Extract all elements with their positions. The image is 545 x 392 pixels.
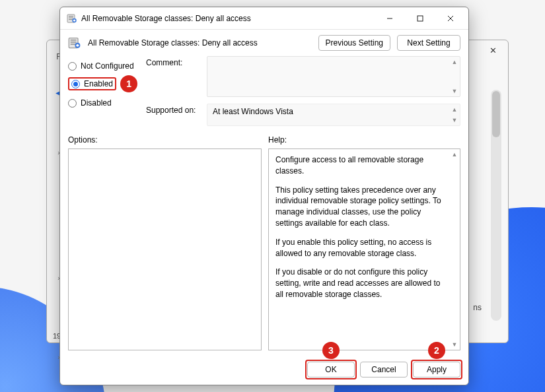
scroll-up-icon[interactable]: ▲ — [451, 150, 458, 158]
next-setting-button[interactable]: Next Setting — [397, 35, 460, 51]
apply-button-wrap: 2 Apply — [413, 362, 460, 377]
scroll-up-icon: ▲ — [451, 106, 458, 114]
radio-disabled[interactable]: Disabled — [68, 98, 139, 108]
options-pane — [68, 148, 262, 350]
svg-rect-17 — [76, 45, 79, 46]
policy-dialog: All Removable Storage classes: Deny all … — [59, 7, 469, 385]
svg-rect-2 — [69, 17, 73, 18]
minimize-button[interactable] — [375, 9, 405, 28]
supported-on-label: Supported on: — [146, 104, 200, 115]
help-scrollbar[interactable]: ▲ ▼ — [449, 149, 460, 350]
svg-rect-13 — [71, 42, 77, 43]
cancel-button-wrap: Cancel — [360, 362, 408, 377]
scroll-down-icon[interactable]: ▼ — [451, 87, 458, 95]
parent-partial-text: ns — [473, 303, 482, 312]
supported-on-value: At least Windows Vista ▲ ▼ — [207, 104, 460, 126]
comment-input[interactable]: ▲ ▼ — [207, 56, 460, 97]
policy-name: All Removable Storage classes: Deny all … — [88, 38, 312, 48]
options-label: Options: — [68, 135, 262, 145]
state-radios: Not Configured Enabled 1 Disabled — [68, 56, 139, 126]
close-icon[interactable]: ✕ — [478, 40, 508, 60]
svg-rect-12 — [71, 40, 77, 41]
scroll-down-icon[interactable]: ▼ — [451, 341, 458, 348]
close-button[interactable] — [435, 9, 466, 28]
ok-button-wrap: 3 OK — [307, 362, 355, 377]
titlebar[interactable]: All Removable Storage classes: Deny all … — [60, 7, 468, 30]
window-title: All Removable Storage classes: Deny all … — [81, 14, 375, 23]
help-paragraph: If you disable or do not configure this … — [275, 267, 443, 300]
apply-button[interactable]: Apply — [413, 362, 460, 377]
policy-icon — [67, 13, 77, 24]
supported-on-text: At least Windows Vista — [213, 107, 293, 116]
dialog-footer: 3 OK Cancel 2 Apply — [60, 356, 468, 385]
radio-not-configured[interactable]: Not Configured — [68, 61, 139, 71]
svg-rect-8 — [418, 16, 423, 21]
radio-icon — [68, 99, 77, 108]
previous-setting-button[interactable]: Previous Setting — [318, 35, 390, 51]
help-paragraph: If you enable this policy setting, no ac… — [275, 237, 443, 259]
ok-button[interactable]: OK — [307, 362, 355, 377]
radio-label: Disabled — [81, 98, 112, 108]
help-paragraph: Configure access to all removable storag… — [275, 154, 443, 177]
header-row: All Removable Storage classes: Deny all … — [60, 30, 468, 55]
annotation-step-3: 3 — [322, 342, 340, 359]
cancel-button[interactable]: Cancel — [360, 362, 408, 377]
scroll-up-icon[interactable]: ▲ — [451, 58, 458, 66]
comment-label: Comment: — [146, 56, 200, 67]
annotation-step-1: 1 — [120, 75, 137, 92]
help-pane: Configure access to all removable storag… — [268, 148, 460, 350]
scroll-down-icon: ▼ — [451, 116, 458, 124]
help-text: Configure access to all removable storag… — [269, 149, 449, 350]
maximize-button[interactable] — [405, 9, 435, 28]
svg-rect-1 — [69, 16, 73, 16]
parent-scrollbar[interactable] — [491, 90, 501, 321]
annotation-step-2: 2 — [428, 342, 445, 359]
radio-label: Enabled — [84, 79, 113, 88]
radio-label: Not Configured — [81, 61, 134, 71]
help-label: Help: — [268, 135, 287, 145]
policy-icon — [68, 36, 81, 49]
radio-icon — [71, 80, 80, 88]
radio-enabled[interactable]: Enabled 1 — [68, 77, 116, 90]
radio-icon — [68, 62, 77, 71]
svg-rect-6 — [73, 20, 75, 21]
help-paragraph: This policy setting takes precedence ove… — [275, 185, 443, 229]
